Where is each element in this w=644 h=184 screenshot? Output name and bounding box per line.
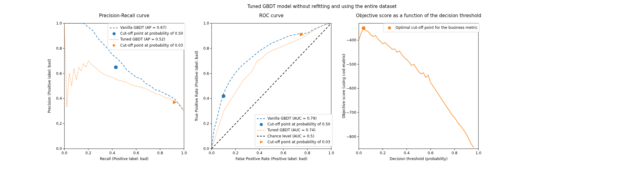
svg-text:0.2: 0.2 (56, 121, 62, 126)
triangle-right-marker-icon (110, 44, 118, 47)
legend-label: Tuned GBDT (AUC = 0.74) (267, 127, 316, 133)
svg-point-27 (114, 65, 118, 69)
svg-point-63 (260, 123, 263, 126)
legend-label: Chance level (AUC = 0.5) (267, 133, 314, 139)
svg-text:−400: −400 (346, 38, 356, 42)
svg-text:1.0: 1.0 (203, 21, 209, 25)
svg-text:0.6: 0.6 (427, 151, 433, 155)
svg-text:0.8: 0.8 (203, 46, 209, 51)
legend-item-tuned-gbdt: Tuned GBDT (AP = 0.52) (110, 36, 183, 42)
svg-text:0.6: 0.6 (56, 71, 62, 76)
legend-item-tuned-gbdt: Tuned GBDT (AUC = 0.74) (257, 127, 330, 133)
svg-text:−500: −500 (346, 62, 356, 67)
svg-text:1.0: 1.0 (56, 21, 62, 25)
panel-title-pr: Precision-Recall curve (61, 13, 187, 18)
figure: Tuned GBDT model without refitting and u… (0, 0, 644, 184)
svg-text:1.0: 1.0 (475, 151, 481, 155)
line-swatch-dotted-orange-icon (257, 128, 266, 132)
svg-text:Recall (Positive label: bad): Recall (Positive label: bad) (100, 157, 149, 161)
svg-text:0.4: 0.4 (109, 151, 115, 155)
panel-title-roc: ROC curve (209, 13, 334, 18)
svg-text:Objective score (using cost-ma: Objective score (using cost-matrix) (342, 54, 346, 118)
legend-label: Cut-off point at probability of 0.50 (120, 31, 183, 36)
svg-text:0.2: 0.2 (85, 151, 91, 155)
svg-marker-66 (260, 140, 263, 144)
svg-text:0.2: 0.2 (380, 151, 385, 155)
legend-label: Vanilla GBDT (AUC = 0.79) (267, 116, 316, 121)
triangle-right-marker-icon (257, 140, 266, 144)
legend-roc: Vanilla GBDT (AUC = 0.79) Cut-off point … (255, 114, 332, 147)
legend-pr: Vanilla GBDT (AP = 0.67) Cut-off point a… (108, 23, 185, 50)
legend-obj: Optimal cut-off point for the business m… (383, 23, 480, 32)
svg-text:1.0: 1.0 (328, 151, 334, 155)
svg-point-92 (362, 26, 366, 30)
legend-item-cutoff-050: Cut-off point at probability of 0.50 (110, 31, 183, 36)
legend-item-chance-level: Chance level (AUC = 0.5) (257, 133, 330, 139)
svg-text:0.8: 0.8 (304, 151, 310, 155)
svg-text:0.8: 0.8 (56, 46, 62, 51)
svg-text:0.4: 0.4 (203, 96, 209, 101)
line-swatch-dashed-black-icon (257, 134, 266, 138)
svg-text:0.0: 0.0 (61, 151, 67, 155)
legend-item-cutoff-003: Cut-off point at probability of 0.03 (257, 139, 330, 145)
plot-obj: 0.00.20.40.60.81.0−800−700−600−500−400De… (356, 21, 481, 166)
figure-suptitle: Tuned GBDT model without refitting and u… (0, 4, 644, 9)
svg-text:0.2: 0.2 (203, 121, 209, 126)
svg-point-60 (222, 94, 225, 98)
panel-objective: Objective score as a function of the dec… (356, 21, 481, 166)
legend-item-vanilla-gbdt: Vanilla GBDT (AUC = 0.79) (257, 116, 330, 121)
legend-label: Cut-off point at probability of 0.03 (120, 43, 183, 48)
svg-point-93 (388, 26, 391, 29)
svg-text:True Positive Rate (Positive l: True Positive Rate (Positive label: bad) (194, 51, 199, 122)
circle-marker-icon (257, 123, 266, 126)
svg-text:0.0: 0.0 (209, 151, 214, 155)
legend-item-cutoff-003: Cut-off point at probability of 0.03 (110, 43, 183, 48)
svg-text:0.0: 0.0 (56, 147, 62, 151)
svg-text:0.4: 0.4 (404, 151, 409, 155)
svg-text:1.0: 1.0 (181, 151, 187, 155)
panel-roc: ROC curve 0.00.20.40.60.81.00.00.20.40.6… (209, 21, 334, 166)
svg-text:−700: −700 (346, 110, 356, 115)
legend-label: Vanilla GBDT (AP = 0.67) (120, 25, 167, 31)
svg-text:Precision (Positive label: bad: Precision (Positive label: bad) (47, 59, 52, 113)
svg-text:0.0: 0.0 (356, 151, 362, 155)
legend-label: Cut-off point at probability of 0.50 (267, 121, 330, 127)
circle-marker-icon (385, 26, 394, 30)
legend-label: Tuned GBDT (AP = 0.52) (120, 36, 165, 42)
legend-label: Cut-off point at probability of 0.03 (267, 139, 330, 145)
line-swatch-dashed-blue-icon (110, 26, 118, 30)
svg-text:0.6: 0.6 (203, 71, 209, 76)
svg-text:0.2: 0.2 (232, 151, 238, 155)
svg-text:0.6: 0.6 (280, 151, 286, 155)
legend-item-vanilla-gbdt: Vanilla GBDT (AP = 0.67) (110, 25, 183, 31)
svg-text:−800: −800 (346, 135, 356, 139)
svg-text:0.6: 0.6 (133, 151, 139, 155)
svg-rect-67 (359, 23, 478, 149)
line-swatch-dotted-orange-icon (110, 38, 118, 41)
svg-text:False Positive Rate (Positive : False Positive Rate (Positive label: bad… (236, 157, 307, 161)
line-swatch-dashed-blue-icon (257, 117, 266, 121)
svg-text:−600: −600 (346, 86, 356, 90)
svg-text:0.8: 0.8 (157, 151, 163, 155)
svg-text:0.8: 0.8 (451, 151, 457, 155)
svg-text:0.0: 0.0 (203, 147, 209, 151)
svg-text:0.4: 0.4 (256, 151, 262, 155)
panel-precision-recall: Precision-Recall curve 0.00.20.40.60.81.… (61, 21, 187, 166)
svg-marker-32 (113, 44, 116, 47)
svg-text:0.4: 0.4 (56, 96, 62, 101)
legend-label: Optimal cut-off point for the business m… (396, 25, 477, 31)
panel-title-obj: Objective score as a function of the dec… (356, 13, 481, 18)
circle-marker-icon (110, 32, 118, 36)
legend-item-cutoff-050: Cut-off point at probability of 0.50 (257, 121, 330, 127)
svg-text:Decision threshold (probabilit: Decision threshold (probability) (390, 157, 448, 161)
svg-point-30 (113, 32, 116, 35)
legend-item-optimal-cutoff: Optimal cut-off point for the business m… (385, 25, 477, 31)
